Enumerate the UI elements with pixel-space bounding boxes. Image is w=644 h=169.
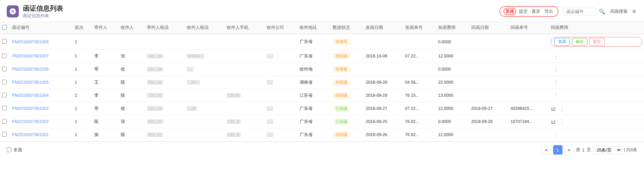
cell-batch-1: 1 [73, 50, 93, 63]
advanced-search-button[interactable]: 高级搜索 [608, 7, 630, 15]
cell-reply-no-0 [508, 34, 549, 50]
cell-batch-5: 1 [73, 102, 93, 115]
export-button[interactable]: 导出 [543, 8, 554, 14]
cell-company-4 [265, 89, 298, 102]
col-send-date: 发函日期 [364, 22, 403, 34]
more-icon-3[interactable]: ⋮ [553, 79, 558, 86]
table-row: PM2018007801003 1 寄 收 137...58 ...25 ...… [0, 102, 644, 115]
cell-receiver-1: 张 [119, 50, 145, 63]
id-link-6[interactable]: PM2018007801002 [12, 119, 49, 124]
more-icon-6[interactable]: ⋮ [559, 118, 564, 125]
cell-receiver-mobile-7: 137...5 [225, 128, 265, 141]
table-footer: 全选 < 1 > 第 1 页 25条/页 50条/页 100条/页 | 共8条 [0, 141, 644, 158]
more-icon-1[interactable]: ⋮ [553, 53, 558, 59]
cell-batch-7: 1 [73, 128, 93, 141]
col-status: 数据状态 [331, 22, 364, 34]
row-checkbox-4[interactable] [2, 93, 7, 97]
col-batch: 批次 [73, 22, 93, 34]
cell-company-3: .... [265, 76, 298, 89]
table-body: PM2018007801008 1 广东省 待填写 0.0000 查看 修改 [0, 34, 644, 141]
cell-send-no-6: 76 82... [403, 115, 436, 128]
id-link-2[interactable]: PM2018007801006 [12, 67, 49, 72]
cell-status-2: 待审核 [331, 63, 364, 76]
cell-sender-phone-7: 021...57 [145, 128, 185, 141]
col-reply-fee: 回函费用 [549, 22, 644, 34]
more-icon-2[interactable]: ⋮ [553, 66, 558, 73]
prev-page-button[interactable]: < [542, 145, 551, 155]
cell-receiver-phone-1: 0755-9... [185, 50, 225, 63]
status-badge-7: 待回函 [333, 132, 350, 138]
cell-reply-fee-3: ⋮ [549, 76, 644, 89]
more-icon-5[interactable]: ⋮ [559, 105, 564, 112]
cell-reply-no-5: 40298415... [508, 102, 549, 115]
search-input[interactable] [566, 9, 593, 14]
col-send-fee: 发函费用 [436, 22, 469, 34]
cell-send-date-0 [364, 34, 403, 50]
cell-sender-4: 李 [92, 89, 119, 102]
cell-sender-2: 寄 [92, 63, 119, 76]
row-checkbox-3[interactable] [2, 80, 7, 84]
col-receiver-phone: 收件人电话 [185, 22, 225, 34]
page-number-display: 1 [582, 147, 585, 153]
id-link-4[interactable]: PM2018007801004 [12, 93, 49, 98]
row-checkbox-2[interactable] [2, 67, 7, 71]
row-checkbox-1[interactable] [2, 53, 7, 58]
page-subtitle[interactable]: 函证信息列表 [23, 13, 63, 19]
id-link-3[interactable]: PM2018007801005 [12, 80, 49, 85]
row-checkbox-7[interactable] [2, 132, 7, 137]
cell-sender-1: 李 [92, 50, 119, 63]
cell-sender-phone-0 [145, 34, 185, 50]
new-button[interactable]: 新建 [503, 8, 516, 15]
cell-receiver-mobile-4: 136 50 [225, 89, 265, 102]
action-buttons-group: 新建 提交 废弃 导出 [499, 6, 558, 17]
footer-right: < 1 > 第 1 页 25条/页 50条/页 100条/页 | 共8条 [542, 145, 637, 155]
row-checkbox-5[interactable] [2, 106, 7, 111]
cell-send-fee-0: 0.0000 [436, 34, 469, 50]
cell-receiver-phone-0 [185, 34, 225, 50]
cell-id-4: PM2018007801004 [10, 89, 73, 102]
list-view-icon[interactable]: ≡ [631, 7, 637, 16]
edit-button-0[interactable]: 修改 [572, 38, 587, 46]
cell-send-no-2 [403, 63, 436, 76]
cell-send-no-0 [403, 34, 436, 50]
col-sender-phone: 寄件人电话 [145, 22, 185, 34]
cell-receiver-phone-3: ...25... [185, 76, 225, 89]
page-1-button[interactable]: 1 [553, 145, 562, 155]
cell-sender-phone-1: 136...20 [145, 50, 185, 63]
cell-reply-date-4 [469, 89, 508, 102]
row-checkbox-0[interactable] [2, 39, 7, 44]
select-all-checkbox[interactable] [7, 147, 11, 152]
cell-receiver-mobile-3 [225, 76, 265, 89]
cell-send-date-3: 2018-09-28 [364, 76, 403, 89]
search-icon[interactable]: 🔍 [597, 8, 607, 15]
view-button-0[interactable]: 查看 [554, 38, 570, 46]
app-icon-svg [9, 8, 16, 15]
header-checkbox[interactable] [2, 25, 7, 30]
toolbar: 新建 提交 废弃 导出 🔍 高级搜索 ≡ [67, 6, 637, 17]
page-text-suffix: 页 [587, 147, 591, 153]
more-icon-7[interactable]: ⋮ [553, 131, 558, 138]
more-icon-4[interactable]: ⋮ [553, 92, 558, 99]
row-checkbox-6[interactable] [2, 119, 7, 124]
cell-receiver-phone-2: .... [185, 63, 225, 76]
cell-reply-fee-7: ⋮ [549, 128, 644, 141]
discard-button[interactable]: 废弃 [530, 8, 542, 14]
id-link-1[interactable]: PM2018007801007 [12, 54, 49, 58]
per-page-select[interactable]: 25条/页 50条/页 100条/页 [593, 146, 622, 154]
table-row: PM2018007801006 1 寄 收 137...58 .... 收件地 … [0, 63, 644, 76]
cell-reply-no-2 [508, 63, 549, 76]
cell-send-no-7: 76 82... [403, 128, 436, 141]
id-link-0[interactable]: PM2018007801008 [12, 40, 49, 44]
id-link-5[interactable]: PM2018007801003 [12, 106, 49, 111]
id-link-7[interactable]: PM2018007801001 [12, 132, 49, 137]
table-row: PM2018007801004 2 李 陈 139...32 136 50 江苏… [0, 89, 644, 102]
table-wrap: 函证编号 批次 寄件人 收件人 寄件人电话 收件人电话 收件人手机 收件公司 收… [0, 22, 644, 141]
cell-batch-0: 1 [73, 34, 93, 50]
cell-id-7: PM2018007801001 [10, 128, 73, 141]
discard-button-0[interactable]: 废弃 [589, 38, 605, 46]
col-reply-no: 回函单号 [508, 22, 549, 34]
submit-button[interactable]: 提交 [518, 8, 529, 14]
app-icon [7, 5, 19, 17]
next-page-button[interactable]: > [565, 145, 574, 155]
cell-sender-5: 寄 [92, 102, 119, 115]
